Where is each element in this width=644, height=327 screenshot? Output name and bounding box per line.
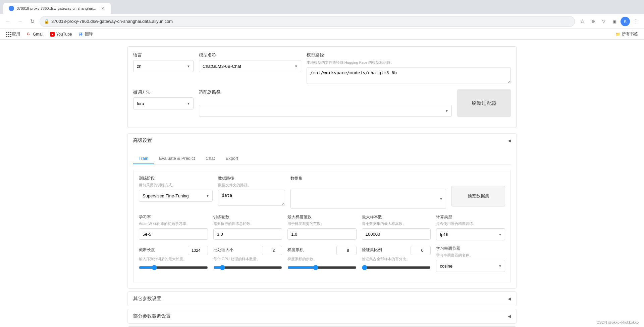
batch-size-hint: 每个 GPU 处理的样本数量。 — [213, 256, 282, 262]
dataset-select[interactable] — [290, 189, 446, 209]
adapter-path-select[interactable] — [199, 105, 452, 117]
more-menu-button[interactable]: ⋮ — [631, 17, 641, 26]
bookmark-youtube[interactable]: YouTube — [47, 31, 74, 38]
advanced-settings-header[interactable]: 高级设置 ◀ — [128, 134, 516, 148]
cutoff-label: 截断长度 — [139, 247, 155, 253]
batch-size-slider[interactable] — [213, 265, 282, 270]
tab-close-btn[interactable]: ✕ — [100, 6, 105, 11]
other-params-header[interactable]: 其它参数设置 ◀ — [128, 292, 516, 306]
compute-type-hint: 是否使用混合精度训练。 — [436, 221, 505, 226]
max-samples-hint: 每个数据集的最大样本数。 — [362, 221, 431, 226]
toolbar-icons: ☆ ⊕ ▽ ▣ K ⋮ — [578, 17, 641, 26]
val-ratio-field: 验证集比例 验证集占全部样本的百分比。 — [362, 246, 431, 271]
batch-size-value-input[interactable] — [262, 246, 282, 255]
url-input[interactable] — [51, 19, 571, 24]
language-select[interactable]: zh en — [133, 60, 194, 72]
val-ratio-slider[interactable] — [362, 265, 431, 270]
partial-params-arrow: ◀ — [508, 314, 511, 319]
preview-dataset-button[interactable]: 预览数据集 — [451, 186, 505, 206]
apps-label: 应用 — [12, 31, 20, 37]
gmail-label: Gmail — [33, 32, 43, 37]
model-name-group: 模型名称 ChatGLM3-6B-Chat ▼ — [199, 52, 301, 84]
data-path-label: 数据路径 — [218, 176, 285, 181]
tab-evaluate-predict[interactable]: Evaluate & Predict — [154, 153, 200, 164]
refresh-adapter-button[interactable]: 刷新适配器 — [457, 89, 511, 117]
model-path-input[interactable]: /mnt/workspace/models/chatglm3-6b — [307, 67, 511, 84]
youtube-label: YouTube — [56, 32, 72, 37]
gradient-accum-slider[interactable] — [287, 265, 357, 270]
max-samples-input[interactable] — [362, 228, 431, 240]
partial-params-header[interactable]: 部分参数微调设置 ◀ — [128, 309, 516, 323]
forward-button[interactable]: → — [15, 17, 25, 26]
finetune-method-select-wrapper: lora full ▼ — [133, 97, 194, 109]
tab-export[interactable]: Export — [220, 153, 244, 164]
val-ratio-label: 验证集比例 — [362, 247, 382, 253]
tab-title: 370018-proxy-7860.dsw-gateway-cn-shangha… — [17, 6, 97, 10]
back-button[interactable]: ← — [3, 17, 13, 26]
max-gradient-label: 最大梯度范数 — [287, 214, 357, 220]
stage-label: 训练阶段 — [139, 176, 213, 181]
address-bar[interactable]: 🔒 — [40, 16, 575, 27]
stage-select-wrapper: Supervised Fine-Tuning Pre-Training ▼ — [139, 190, 213, 202]
stage-select[interactable]: Supervised Fine-Tuning Pre-Training — [139, 190, 213, 202]
refresh-adapter-wrapper: 刷新适配器 — [457, 89, 511, 117]
adapter-path-select-wrapper: ▼ — [199, 105, 452, 117]
finetune-method-select[interactable]: lora full — [133, 97, 194, 109]
lr-label: 学习率 — [139, 214, 208, 220]
bookmark-apps[interactable]: 应用 — [3, 30, 23, 38]
dataset-field: 数据集 ▼ — [290, 176, 446, 209]
bookmark-star-button[interactable]: ☆ — [578, 17, 587, 26]
tab-chat[interactable]: Chat — [200, 153, 220, 164]
other-params-title: 其它参数设置 — [133, 296, 161, 302]
apps-icon — [6, 32, 11, 37]
lr-scheduler-select[interactable]: cosine linear constant — [436, 260, 505, 272]
translate-label: 翻译 — [85, 31, 93, 37]
lr-scheduler-field: 学习率调节器 学习率调度器的名称。 cosine linear constant… — [436, 246, 505, 272]
gradient-accum-value-input[interactable] — [336, 246, 357, 255]
model-path-label: 模型路径 — [307, 52, 511, 58]
refresh-button[interactable]: ↻ — [28, 17, 37, 26]
val-ratio-value-input[interactable] — [411, 246, 431, 255]
lr-row: 学习率 AdamW 优化器的初始学习率。 训练轮数 需要执行的训练总轮数。 — [139, 214, 505, 240]
all-bookmarks[interactable]: 📁 所有书签 — [613, 30, 641, 38]
adapter-path-group: 适配器路径 ▼ — [199, 89, 452, 117]
compute-type-select[interactable]: fp16 bf16 fp32 — [436, 228, 505, 240]
watermark: CSDN @okkokkkokkokko — [597, 320, 639, 324]
stage-data-row: 训练阶段 目前采用的训练方式。 Supervised Fine-Tuning P… — [139, 176, 505, 209]
tab-train[interactable]: Train — [133, 153, 154, 164]
compute-type-select-wrapper: fp16 bf16 fp32 ▼ — [436, 228, 505, 240]
lr-field: 学习率 AdamW 优化器的初始学习率。 — [139, 214, 208, 240]
advanced-settings-arrow: ◀ — [508, 138, 511, 143]
tab-favicon — [9, 6, 14, 11]
data-path-field: 数据路径 数据文件夹的路径。 data — [218, 176, 285, 209]
max-samples-label: 最大样本数 — [362, 214, 431, 220]
val-ratio-hint: 验证集占全部样本的百分比。 — [362, 256, 431, 262]
model-name-label: 模型名称 — [199, 52, 301, 58]
filter-button[interactable]: ▽ — [599, 17, 608, 26]
all-bookmarks-label: 所有书签 — [622, 31, 638, 37]
extensions-button[interactable]: ⊕ — [588, 17, 598, 26]
bookmark-translate[interactable]: 译 翻译 — [76, 30, 96, 38]
active-tab[interactable]: 370018-proxy-7860.dsw-gateway-cn-shangha… — [3, 3, 111, 14]
browser-chrome: 370018-proxy-7860.dsw-gateway-cn-shangha… — [0, 0, 644, 40]
data-path-input[interactable]: data — [218, 190, 285, 206]
data-path-hint: 数据文件夹的路径。 — [218, 183, 285, 188]
page-content: 语言 zh en ▼ 模型名称 ChatGLM3-6B-Chat — [0, 40, 644, 327]
cutoff-value-input[interactable] — [188, 246, 208, 255]
browser-toolbar: ← → ↻ 🔒 ☆ ⊕ ▽ ▣ K ⋮ — [0, 14, 644, 29]
training-section: 训练阶段 目前采用的训练方式。 Supervised Fine-Tuning P… — [133, 170, 511, 283]
cast-button[interactable]: ▣ — [610, 17, 619, 26]
max-gradient-input[interactable] — [287, 228, 357, 240]
profile-button[interactable]: K — [621, 17, 630, 26]
epochs-hint: 需要执行的训练总轮数。 — [213, 221, 282, 226]
model-name-select-wrapper: ChatGLM3-6B-Chat ▼ — [199, 60, 301, 72]
model-name-select[interactable]: ChatGLM3-6B-Chat — [199, 60, 301, 72]
cutoff-slider[interactable] — [139, 265, 208, 270]
bookmark-gmail[interactable]: G Gmail — [24, 31, 46, 38]
model-row-1: 语言 zh en ▼ 模型名称 ChatGLM3-6B-Chat — [133, 52, 511, 84]
batch-size-field: 批处理大小 每个 GPU 处理的样本数量。 — [213, 246, 282, 271]
epochs-input[interactable] — [213, 228, 282, 240]
lr-input[interactable] — [139, 228, 208, 240]
finetune-method-label: 微调方法 — [133, 89, 194, 95]
language-group: 语言 zh en ▼ — [133, 52, 194, 84]
